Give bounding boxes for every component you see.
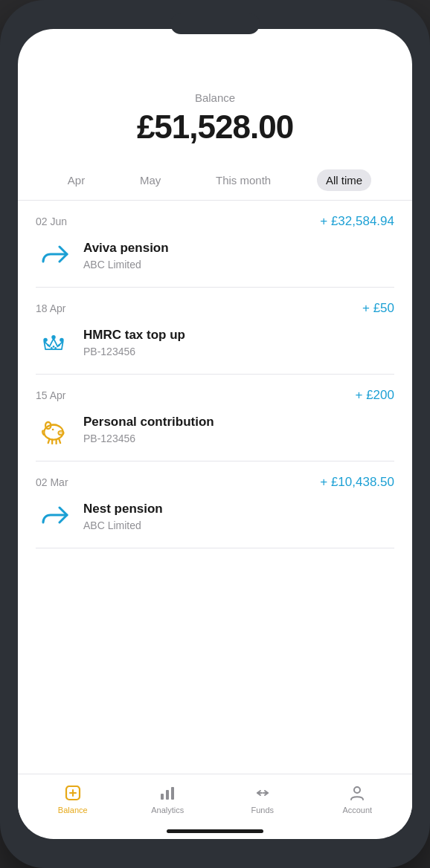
transaction-body: Personal contribution PB-123456 [36,412,394,447]
phone-screen: Balance £51,528.00 Apr May This month Al… [18,29,412,839]
svg-point-6 [58,344,60,346]
transaction-subtitle: ABC Limited [83,519,163,531]
svg-point-14 [52,429,54,431]
transaction-header: 15 Apr + £200 [36,388,394,403]
transaction-subtitle: ABC Limited [83,259,169,271]
transaction-header: 18 Apr + £50 [36,301,394,316]
nav-label-funds: Funds [251,806,274,814]
phone-shell: Balance £51,528.00 Apr May This month Al… [0,0,430,868]
period-may[interactable]: May [131,169,170,191]
funds-nav-icon [253,783,272,803]
svg-point-5 [54,347,57,349]
transaction-details: HMRC tax top up PB-123456 [83,328,185,357]
transaction-date: 18 Apr [36,302,65,314]
transaction-amount: + £200 [356,388,394,403]
transaction-details: Aviva pension ABC Limited [83,241,169,271]
notch [170,13,260,34]
svg-point-4 [51,347,53,349]
transaction-subtitle: PB-123456 [83,346,185,357]
home-indicator [167,829,263,833]
nav-item-analytics[interactable]: Analytics [145,783,190,814]
share-icon [36,238,71,273]
svg-rect-22 [161,794,164,800]
transaction-subtitle: PB-123456 [83,433,214,444]
svg-point-13 [61,433,62,433]
svg-line-18 [59,439,60,443]
transaction-title: HMRC tax top up [83,328,185,343]
transaction-item: 02 Mar + £10,438.50 Nest pension AB [36,461,394,548]
svg-point-25 [354,787,360,793]
piggy-bank-icon [36,412,71,447]
transaction-date: 15 Apr [36,389,65,401]
period-apr[interactable]: Apr [59,169,94,191]
transaction-item: 18 Apr + £50 [36,288,394,375]
svg-point-3 [47,344,49,346]
transaction-details: Nest pension ABC Limited [83,502,163,531]
crown-icon [36,325,71,360]
transaction-item: 15 Apr + £200 [36,375,394,461]
nav-item-balance[interactable]: Balance [51,783,95,814]
transaction-title: Aviva pension [83,241,169,256]
header-section: Balance £51,528.00 [18,74,412,161]
balance-nav-icon [63,783,83,803]
transaction-date: 02 Mar [36,476,68,488]
transaction-body: Nest pension ABC Limited [36,499,394,534]
account-nav-icon [347,783,367,803]
nav-item-account[interactable]: Account [335,783,379,814]
svg-rect-24 [171,787,174,800]
transaction-title: Nest pension [83,502,163,516]
transaction-amount: + £50 [362,301,394,316]
nav-label-analytics: Analytics [151,806,184,814]
transaction-amount: + £32,584.94 [320,214,394,229]
share-icon [36,499,71,534]
svg-point-7 [53,346,55,348]
nav-label-balance: Balance [58,806,88,814]
transaction-header: 02 Mar + £10,438.50 [36,475,394,490]
svg-rect-23 [166,790,169,800]
transaction-body: HMRC tax top up PB-123456 [36,325,394,360]
transaction-details: Personal contribution PB-123456 [83,415,214,444]
svg-line-15 [48,439,50,443]
bottom-nav: Balance Analytics [18,774,412,829]
transaction-item: 02 Jun + £32,584.94 Aviva pension A [36,201,394,288]
svg-point-12 [60,433,60,433]
period-all-time[interactable]: All time [317,169,371,191]
screen-content: Balance £51,528.00 Apr May This month Al… [18,29,412,839]
transaction-amount: + £10,438.50 [320,475,394,490]
balance-label: Balance [33,91,397,104]
transaction-body: Aviva pension ABC Limited [36,238,394,273]
nav-label-account: Account [342,806,372,814]
transactions-list: 02 Jun + £32,584.94 Aviva pension A [18,201,412,774]
transaction-title: Personal contribution [83,415,214,430]
transaction-date: 02 Jun [36,216,67,227]
svg-point-8 [44,425,62,440]
balance-amount: £51,528.00 [33,108,397,146]
transaction-header: 02 Jun + £32,584.94 [36,214,394,229]
nav-item-funds[interactable]: Funds [240,783,285,814]
analytics-nav-icon [158,783,177,803]
period-filter: Apr May This month All time [18,161,412,201]
period-this-month[interactable]: This month [207,169,280,191]
